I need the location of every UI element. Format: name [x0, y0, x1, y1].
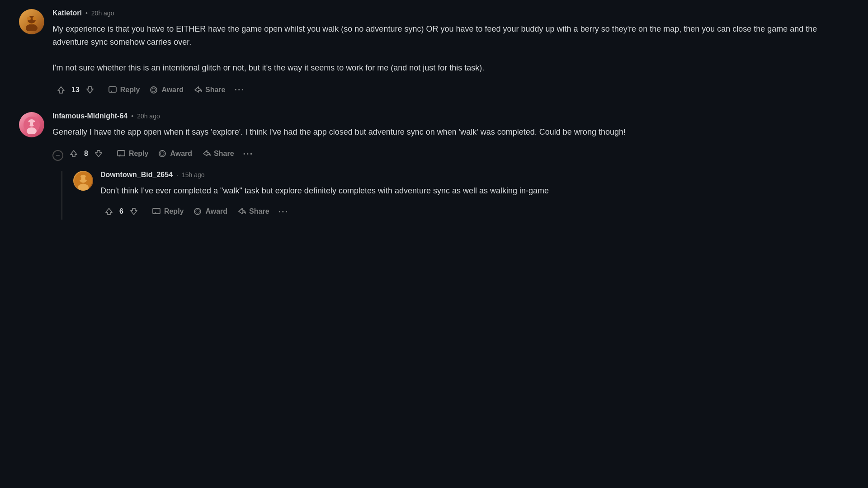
svg-point-6 — [152, 88, 156, 92]
more-button[interactable]: ··· — [240, 146, 257, 162]
downvote-button[interactable] — [90, 146, 107, 161]
svg-point-11 — [33, 122, 36, 126]
share-icon — [193, 85, 203, 95]
upvote-icon — [104, 206, 114, 216]
award-button[interactable]: Award — [154, 146, 196, 161]
reply-thread-indicator — [61, 171, 66, 220]
svg-point-18 — [78, 176, 81, 180]
more-button[interactable]: ··· — [231, 82, 248, 98]
comments-container: Katietori • 20h ago My experience is tha… — [0, 0, 868, 243]
upvote-button[interactable] — [52, 82, 70, 98]
svg-point-10 — [28, 122, 30, 126]
svg-point-21 — [194, 208, 201, 215]
more-button[interactable]: ··· — [275, 204, 292, 220]
svg-point-13 — [159, 150, 165, 157]
comment-left-column — [18, 112, 45, 220]
award-icon — [157, 149, 167, 159]
comment-text-1: My experience is that you have to EITHER… — [52, 23, 850, 75]
award-label: Award — [170, 150, 192, 158]
more-icon: ··· — [278, 206, 289, 216]
share-icon — [236, 206, 246, 216]
comment-item: Katietori • 20h ago My experience is tha… — [18, 9, 850, 98]
timestamp: 20h ago — [91, 9, 114, 17]
downvote-icon — [85, 85, 95, 95]
upvote-icon — [69, 149, 79, 159]
share-button[interactable]: Share — [233, 204, 273, 219]
reply-label: Reply — [164, 207, 184, 216]
reply-label: Reply — [120, 86, 140, 94]
downvote-icon — [129, 206, 139, 216]
svg-point-14 — [160, 152, 164, 155]
reply-icon — [116, 149, 126, 159]
svg-rect-4 — [109, 87, 116, 92]
award-icon — [149, 85, 159, 95]
comment-item: Infamous-Midnight-64 • 20h ago Generally… — [18, 112, 850, 220]
username: Downtown_Bid_2654 — [100, 171, 173, 179]
share-icon — [201, 149, 211, 159]
thread-line — [61, 171, 62, 220]
comment-actions: 13 — [52, 82, 850, 98]
reply-button[interactable]: Reply — [148, 204, 188, 219]
reply-text: Don't think I've ever completed a "walk"… — [100, 184, 850, 197]
reply-button[interactable]: Reply — [104, 82, 144, 98]
award-button[interactable]: Award — [189, 204, 231, 219]
svg-point-2 — [27, 17, 31, 20]
timestamp: 15h ago — [182, 171, 205, 178]
reply-body: Downtown_Bid_2654 · 15h ago Don't think … — [100, 171, 850, 220]
vote-collapse-section: − 8 — [52, 146, 107, 161]
share-label: Share — [214, 150, 234, 158]
share-button[interactable]: Share — [198, 146, 237, 161]
svg-point-19 — [85, 176, 88, 180]
comment-header: Katietori • 20h ago — [52, 9, 850, 17]
reply-icon — [108, 85, 118, 95]
comment-text: Generally I have the app open when it sa… — [52, 126, 850, 139]
svg-point-3 — [33, 17, 36, 20]
share-button[interactable]: Share — [189, 82, 229, 98]
collapse-icon: − — [56, 152, 60, 159]
comment-left-column — [18, 9, 45, 98]
upvote-button[interactable] — [100, 204, 118, 219]
username: Infamous-Midnight-64 — [52, 112, 127, 120]
timestamp: 20h ago — [137, 113, 160, 120]
upvote-icon — [56, 85, 66, 95]
share-label: Share — [205, 86, 225, 94]
reply-label: Reply — [129, 150, 149, 158]
vote-count: 8 — [84, 150, 88, 158]
comment-header: Infamous-Midnight-64 • 20h ago — [52, 112, 850, 120]
downvote-icon — [94, 149, 104, 159]
award-label: Award — [161, 86, 184, 94]
more-icon: ··· — [234, 84, 245, 94]
vote-count: 6 — [119, 207, 123, 216]
svg-point-22 — [196, 210, 199, 213]
comment-body: Infamous-Midnight-64 • 20h ago Generally… — [52, 112, 850, 220]
more-icon: ··· — [243, 149, 254, 159]
downvote-button[interactable] — [81, 82, 99, 98]
reply-comment: Downtown_Bid_2654 · 15h ago Don't think … — [61, 171, 850, 220]
svg-rect-12 — [118, 150, 125, 156]
reply-icon — [151, 206, 161, 216]
comment-body: Katietori • 20h ago My experience is tha… — [52, 9, 850, 98]
reply-actions: 6 — [100, 204, 850, 220]
share-label: Share — [249, 207, 269, 216]
username: Katietori — [52, 9, 82, 17]
avatar — [19, 112, 44, 137]
svg-point-5 — [151, 87, 157, 93]
reply-button[interactable]: Reply — [113, 146, 152, 161]
award-button[interactable]: Award — [145, 82, 187, 98]
award-label: Award — [205, 207, 227, 216]
comment-header: Downtown_Bid_2654 · 15h ago — [100, 171, 850, 179]
award-icon — [193, 206, 203, 216]
avatar — [19, 9, 44, 34]
comment-actions: − 8 — [52, 146, 850, 162]
vote-section: 6 — [100, 204, 142, 219]
collapse-button[interactable]: − — [52, 150, 63, 161]
downvote-button[interactable] — [125, 204, 142, 219]
vote-section: 13 — [52, 82, 99, 98]
vote-count: 13 — [71, 86, 80, 94]
svg-point-1 — [26, 24, 38, 31]
upvote-button[interactable] — [65, 146, 82, 161]
svg-rect-20 — [153, 208, 160, 214]
avatar — [73, 171, 93, 191]
